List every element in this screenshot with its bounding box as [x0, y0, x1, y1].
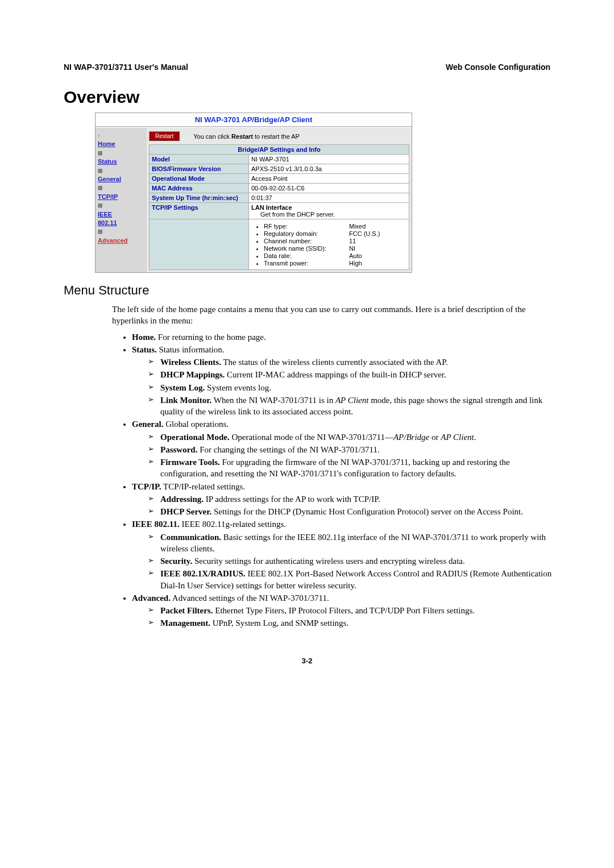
subitem-dhcp-server: DHCP Server. Settings for the DHCP (Dyna… [150, 506, 558, 517]
restart-button[interactable]: Restart [149, 131, 180, 141]
subitem-link-monitor: Link Monitor. When the NI WAP-3701/3711 … [150, 394, 558, 418]
restart-row: Restart You can click Restart to restart… [149, 130, 409, 144]
sidebar-item-advanced[interactable]: Advanced [98, 236, 144, 245]
tcpip-settings-label: TCP/IP Settings [150, 203, 249, 219]
rf-settings-value: RF type:Mixed Regulatory domain:FCC (U.S… [249, 219, 409, 270]
sidebar-item-tcpip[interactable]: TCP/IP [98, 193, 144, 201]
uptime-label: System Up Time (hr:min:sec) [150, 193, 249, 203]
model-label: Model [150, 155, 249, 164]
settings-info-table: Bridge/AP Settings and Info Model NI WAP… [149, 144, 409, 270]
mac-value: 00-09-92-02-51-C6 [249, 184, 409, 193]
menu-item-status: Status. Status information. Wireless Cli… [132, 344, 558, 418]
menu-item-general: General. Global operations. Operational … [132, 418, 558, 479]
subitem-dhcp-mappings: DHCP Mappings. Current IP-MAC address ma… [150, 369, 558, 380]
sidebar-item-ieee-802-11[interactable]: IEEE802.11 [98, 210, 144, 228]
section-title: Web Console Configuration [446, 63, 550, 72]
web-console-screenshot: NI WAP-3701 AP/Bridge/AP Client ▫Home ⊞S… [95, 113, 412, 273]
restart-hint: You can click Restart to restart the AP [193, 133, 300, 140]
page-header: NI WAP-3701/3711 User's Manual Web Conso… [64, 63, 550, 72]
subitem-packet-filters: Packet Filters. Ethernet Type Fiters, IP… [150, 605, 558, 616]
uptime-value: 0:01:37 [249, 193, 409, 203]
mac-label: MAC Address [150, 184, 249, 193]
manual-title: NI WAP-3701/3711 User's Manual [64, 63, 188, 72]
bios-label: BIOS/Firmware Version [150, 164, 249, 174]
sidebar-item-status[interactable]: Status [98, 157, 144, 166]
table-heading: Bridge/AP Settings and Info [150, 145, 409, 155]
opmode-label: Operational Mode [150, 174, 249, 184]
subitem-communication: Communication. Basic settings for the IE… [150, 531, 558, 555]
heading-menu-structure: Menu Structure [64, 283, 550, 298]
subitem-management: Management. UPnP, System Log, and SNMP s… [150, 617, 558, 629]
subitem-security: Security. Security settings for authenti… [150, 555, 558, 567]
tcpip-settings-value: LAN Interface Get from the DHCP server. [249, 203, 409, 219]
subitem-addressing: Addressing. IP address settings for the … [150, 493, 558, 505]
subitem-firmware-tools: Firmware Tools. For upgrading the firmwa… [150, 456, 558, 480]
subitem-operational-mode: Operational Mode. Operational mode of th… [150, 431, 558, 443]
subitem-password: Password. For changing the settings of t… [150, 444, 558, 455]
console-content: Restart You can click Restart to restart… [147, 128, 412, 272]
menu-intro: The left side of the home page contains … [112, 304, 550, 327]
menu-item-home: Home. For returning to the home page. [132, 331, 558, 343]
model-value: NI WAP-3701 [249, 155, 409, 164]
heading-overview: Overview [64, 88, 550, 107]
rf-settings-label [150, 219, 249, 270]
sidebar-item-home[interactable]: Home [98, 140, 144, 148]
sidebar-item-general[interactable]: General [98, 175, 144, 184]
menu-item-advanced: Advanced. Advanced settings of the NI WA… [132, 592, 558, 629]
menu-description-list: Home. For returning to the home page. St… [121, 331, 558, 629]
menu-item-ieee-80211: IEEE 802.11. IEEE 802.11g-related settin… [132, 518, 558, 591]
menu-item-tcpip: TCP/IP. TCP/IP-related settings. Address… [132, 481, 558, 518]
subitem-ieee-8021x-radius: IEEE 802.1X/RADIUS. IEEE 802.1X Port-Bas… [150, 568, 558, 591]
page-number: 3-2 [64, 657, 550, 665]
subitem-wireless-clients: Wireless Clients. The status of the wire… [150, 356, 558, 368]
console-sidebar: ▫Home ⊞Status ⊞General ⊞TCP/IP ⊞IEEE802.… [96, 128, 147, 272]
console-title: NI WAP-3701 AP/Bridge/AP Client [96, 113, 412, 126]
opmode-value: Access Point [249, 174, 409, 184]
subitem-system-log: System Log. System events log. [150, 382, 558, 393]
bios-value: APXS-2510 v1.3/1.0.0.3a [249, 164, 409, 174]
